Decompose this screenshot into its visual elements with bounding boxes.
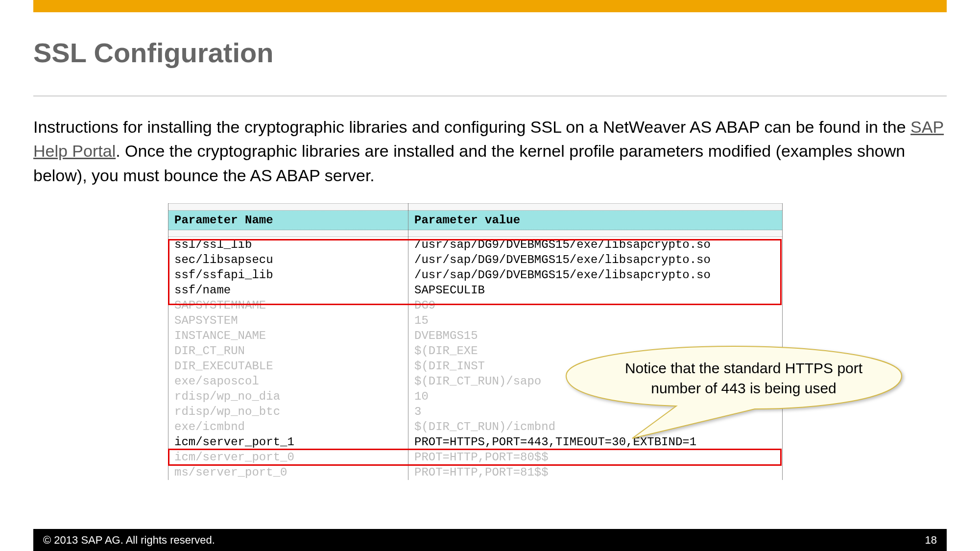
page-title: SSL Configuration bbox=[33, 37, 274, 69]
table-row: ssf/ssfapi_lib/usr/sap/DG9/DVEBMGS15/exe… bbox=[168, 267, 783, 283]
param-value-cell: PROT=HTTP,PORT=80$$ bbox=[408, 450, 783, 465]
param-name-cell: rdisp/wp_no_btc bbox=[168, 404, 408, 419]
param-value-cell: PROT=HTTPS,PORT=443,TIMEOUT=30,EXTBIND=1 bbox=[408, 434, 783, 450]
param-value-cell: /usr/sap/DG9/DVEBMGS15/exe/libsapcrypto.… bbox=[408, 267, 783, 283]
table-row: SAPSYSTEM15 bbox=[168, 313, 783, 328]
param-value-cell: /usr/sap/DG9/DVEBMGS15/exe/libsapcrypto.… bbox=[408, 237, 783, 253]
description-pre: Instructions for installing the cryptogr… bbox=[33, 118, 910, 136]
description-paragraph: Instructions for installing the cryptogr… bbox=[33, 115, 947, 188]
table-row: sec/libsapsecu/usr/sap/DG9/DVEBMGS15/exe… bbox=[168, 252, 783, 267]
param-value-cell: $(DIR_INST bbox=[408, 359, 783, 374]
param-name-cell: DIR_EXECUTABLE bbox=[168, 359, 408, 374]
param-value-cell: $(DIR_EXE bbox=[408, 343, 783, 359]
table-spacer bbox=[168, 230, 783, 237]
header-param-value: Parameter value bbox=[408, 211, 783, 230]
param-name-cell: exe/saposcol bbox=[168, 374, 408, 389]
param-value-cell: DG9 bbox=[408, 298, 783, 313]
param-name-cell: ssf/name bbox=[168, 283, 408, 298]
footer-copyright: © 2013 SAP AG. All rights reserved. bbox=[43, 534, 215, 547]
param-name-cell: sec/libsapsecu bbox=[168, 252, 408, 267]
slide: SSL Configuration Instructions for insta… bbox=[0, 0, 980, 551]
table-row: DIR_CT_RUN$(DIR_EXE bbox=[168, 343, 783, 359]
table-row: rdisp/wp_no_btc3 bbox=[168, 404, 783, 419]
title-divider bbox=[33, 96, 947, 96]
param-name-cell: SAPSYSTEM bbox=[168, 313, 408, 328]
table-row: icm/server_port_1PROT=HTTPS,PORT=443,TIM… bbox=[168, 434, 783, 450]
table-row: exe/icmbnd$(DIR_CT_RUN)/icmbnd bbox=[168, 419, 783, 434]
footer-page-number: 18 bbox=[925, 534, 937, 547]
table-row: ssf/nameSAPSECULIB bbox=[168, 283, 783, 298]
param-value-cell: 10 bbox=[408, 389, 783, 404]
param-value-cell: $(DIR_CT_RUN)/icmbnd bbox=[408, 419, 783, 434]
param-value-cell: $(DIR_CT_RUN)/sapo bbox=[408, 374, 783, 389]
param-value-cell: PROT=HTTP,PORT=81$$ bbox=[408, 465, 783, 480]
param-name-cell: icm/server_port_1 bbox=[168, 434, 408, 450]
param-name-cell: rdisp/wp_no_dia bbox=[168, 389, 408, 404]
table-row: INSTANCE_NAMEDVEBMGS15 bbox=[168, 328, 783, 343]
table-row: ssl/ssl_lib/usr/sap/DG9/DVEBMGS15/exe/li… bbox=[168, 237, 783, 253]
param-value-cell: 15 bbox=[408, 313, 783, 328]
param-name-cell: exe/icmbnd bbox=[168, 419, 408, 434]
param-table-container: Parameter Name Parameter value ssl/ssl_l… bbox=[168, 203, 783, 480]
param-name-cell: SAPSYSTEMNAME bbox=[168, 298, 408, 313]
param-name-cell: DIR_CT_RUN bbox=[168, 343, 408, 359]
table-row: ms/server_port_0PROT=HTTP,PORT=81$$ bbox=[168, 465, 783, 480]
param-value-cell: SAPSECULIB bbox=[408, 283, 783, 298]
description-post: . Once the cryptographic libraries are i… bbox=[33, 142, 905, 184]
param-value-cell: /usr/sap/DG9/DVEBMGS15/exe/libsapcrypto.… bbox=[408, 252, 783, 267]
table-row: exe/saposcol$(DIR_CT_RUN)/sapo bbox=[168, 374, 783, 389]
footer: © 2013 SAP AG. All rights reserved. 18 bbox=[33, 529, 947, 551]
table-row: DIR_EXECUTABLE$(DIR_INST bbox=[168, 359, 783, 374]
table-spacer bbox=[168, 204, 783, 211]
param-name-cell: ms/server_port_0 bbox=[168, 465, 408, 480]
param-value-cell: DVEBMGS15 bbox=[408, 328, 783, 343]
param-name-cell: INSTANCE_NAME bbox=[168, 328, 408, 343]
top-accent-bar bbox=[33, 0, 947, 12]
table-row: icm/server_port_0PROT=HTTP,PORT=80$$ bbox=[168, 450, 783, 465]
param-name-cell: ssl/ssl_lib bbox=[168, 237, 408, 253]
table-header-row: Parameter Name Parameter value bbox=[168, 211, 783, 230]
param-name-cell: icm/server_port_0 bbox=[168, 450, 408, 465]
param-name-cell: ssf/ssfapi_lib bbox=[168, 267, 408, 283]
header-param-name: Parameter Name bbox=[168, 211, 408, 230]
table-row: rdisp/wp_no_dia10 bbox=[168, 389, 783, 404]
parameters-table: Parameter Name Parameter value ssl/ssl_l… bbox=[168, 203, 783, 480]
param-value-cell: 3 bbox=[408, 404, 783, 419]
table-row: SAPSYSTEMNAMEDG9 bbox=[168, 298, 783, 313]
